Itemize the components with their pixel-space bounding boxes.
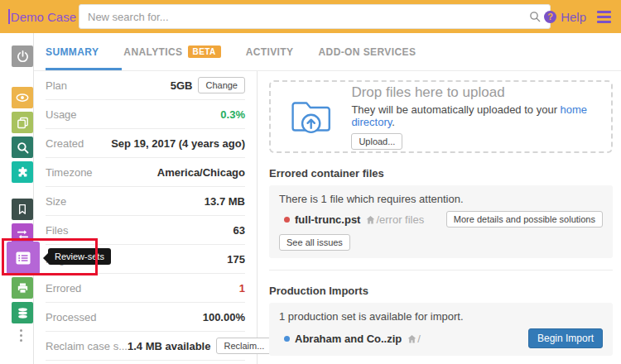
copy-icon[interactable] [12, 112, 33, 133]
production-file-row: Abraham and Co..zip / Begin Import [279, 328, 603, 348]
power-icon[interactable] [12, 46, 33, 67]
section-divider [269, 270, 613, 271]
stat-row-usage: Usage 0.3% [46, 100, 245, 129]
stat-row-errored: Errored 1 [46, 274, 245, 303]
bookmark-icon[interactable] [12, 199, 33, 220]
review-sets-tooltip: Review-sets [48, 248, 111, 265]
topbar: Demo Case ? Help [0, 0, 621, 33]
tabbar: SUMMARY ANALYTICSBETA ACTIVITY ADD-ON SE… [34, 33, 621, 71]
case-title[interactable]: Demo Case [11, 10, 76, 24]
errored-panel: There is 1 file which requires attention… [269, 185, 613, 258]
errored-heading: Errored container files [269, 167, 613, 180]
home-icon [407, 333, 417, 344]
import-bullet [284, 336, 290, 342]
case-stats-panel: Plan 5GB Change Usage 0.3% Created Sep 1… [34, 71, 258, 364]
production-panel: 1 production set is available for import… [269, 303, 613, 356]
begin-import-button[interactable]: Begin Import [528, 328, 603, 348]
stat-row-timezone: Timezone America/Chicago [46, 158, 245, 187]
home-icon [365, 214, 376, 225]
tab-analytics[interactable]: ANALYTICSBETA [123, 33, 220, 70]
help-label: Help [561, 10, 586, 24]
search-input[interactable] [79, 11, 528, 23]
printer-icon[interactable] [12, 277, 33, 299]
help-button[interactable]: ? Help [544, 10, 586, 24]
search-icon[interactable] [528, 10, 542, 23]
tab-activity[interactable]: ACTIVITY [246, 33, 294, 70]
stat-row-files: Files 63 [46, 216, 245, 245]
search-nav-icon[interactable] [12, 136, 33, 158]
question-icon: ? [544, 11, 556, 23]
global-search [79, 4, 551, 29]
eye-icon[interactable] [12, 87, 33, 108]
sidebar [0, 33, 34, 364]
stat-row-created: Created Sep 19, 2017 (4 years ago) [46, 129, 245, 158]
beta-badge: BETA [188, 46, 221, 58]
stat-row-reclaim: Reclaim case s... 1.4 MB available Recla… [46, 332, 245, 361]
stat-row-plan: Plan 5GB Change [46, 71, 245, 100]
upload-button[interactable]: Upload... [351, 133, 402, 150]
more-ellipsis-icon[interactable] [20, 329, 22, 342]
upload-folder-icon [289, 96, 333, 137]
case-title-wrap[interactable]: Demo Case [8, 9, 76, 24]
see-all-issues-button[interactable]: See all issues [279, 234, 350, 251]
error-bullet [284, 217, 290, 223]
database-icon[interactable] [12, 302, 33, 323]
errored-file-row: full-trunc.pst /error files More details… [279, 211, 603, 228]
text-caret [8, 9, 10, 24]
dropzone-title: Drop files here to upload [351, 84, 611, 101]
right-column: Drop files here to upload They will be a… [258, 71, 621, 364]
production-heading: Production Imports [269, 285, 613, 297]
upload-dropzone[interactable]: Drop files here to upload They will be a… [269, 80, 613, 153]
errored-file-name: full-trunc.pst [295, 213, 360, 226]
puzzle-icon[interactable] [12, 161, 33, 183]
tab-summary[interactable]: SUMMARY [46, 33, 99, 70]
menu-icon[interactable] [594, 7, 614, 26]
more-details-button[interactable]: More details and possible solutions [446, 211, 603, 228]
production-message: 1 production set is available for import… [279, 310, 603, 323]
stat-row-size: Size 13.7 MB [46, 187, 245, 216]
tab-addon-services[interactable]: ADD-ON SERVICES [319, 33, 416, 70]
main-area: Review-sets SUMMARY ANALYTICSBETA ACTIVI… [0, 33, 621, 364]
review-sets-icon[interactable] [7, 242, 40, 275]
change-plan-button[interactable]: Change [198, 77, 245, 93]
dropzone-subtitle: They will be automatically uploaded to y… [351, 103, 611, 128]
content: SUMMARY ANALYTICSBETA ACTIVITY ADD-ON SE… [34, 33, 621, 364]
production-file-name: Abraham and Co..zip [295, 333, 402, 345]
errored-message: There is 1 file which requires attention… [279, 193, 603, 205]
stat-row-processed: Processed 100.00% [46, 303, 245, 332]
